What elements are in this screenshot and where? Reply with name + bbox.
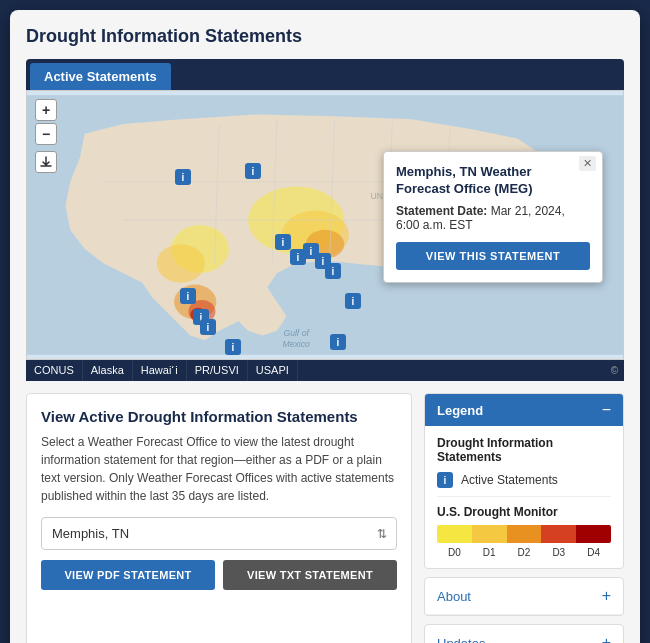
legend-toggle-icon: − <box>602 401 611 419</box>
legend-content: Drought Information Statements i Active … <box>425 426 623 568</box>
updates-label: Updates <box>437 636 485 644</box>
svg-point-4 <box>157 244 205 282</box>
info-marker-11[interactable]: i <box>225 339 241 355</box>
label-d1: D1 <box>472 547 507 558</box>
copyright-symbol: © <box>605 360 624 381</box>
scale-d4 <box>576 525 611 543</box>
about-toggle-icon: + <box>602 587 611 605</box>
legend-active-statements: i Active Statements <box>437 472 611 488</box>
zoom-in-button[interactable]: + <box>35 99 57 121</box>
popup-close-button[interactable]: ✕ <box>579 156 596 171</box>
info-marker-7[interactable]: i <box>325 263 341 279</box>
tab-bar: Active Statements <box>26 59 624 90</box>
popup-title: Memphis, TN Weather Forecast Office (MEG… <box>396 164 590 198</box>
region-tab-prvsvi[interactable]: PR/USVI <box>187 360 248 381</box>
statement-buttons: VIEW PDF STATEMENT VIEW TXT STATEMENT <box>41 560 397 590</box>
legend-header[interactable]: Legend − <box>425 394 623 426</box>
region-tab-alaska[interactable]: Alaska <box>83 360 133 381</box>
about-header[interactable]: About + <box>425 578 623 615</box>
right-panel: Legend − Drought Information Statements … <box>424 393 624 643</box>
legend-title: Legend <box>437 403 483 418</box>
page-title: Drought Information Statements <box>26 26 624 47</box>
updates-toggle-icon: + <box>602 634 611 643</box>
legend-divider <box>437 496 611 497</box>
label-d4: D4 <box>576 547 611 558</box>
map-area: Gulf of Mexico ATLAN- UNI + − i i i i i … <box>26 90 624 360</box>
left-panel: View Active Drought Information Statemen… <box>26 393 412 643</box>
info-marker-13[interactable]: i <box>345 293 361 309</box>
scale-d2 <box>507 525 542 543</box>
drought-scale <box>437 525 611 543</box>
legend-active-label: Active Statements <box>461 473 558 487</box>
drought-labels: D0 D1 D2 D3 D4 <box>437 547 611 558</box>
map-popup: ✕ Memphis, TN Weather Forecast Office (M… <box>383 151 603 283</box>
view-statement-button[interactable]: VIEW THIS STATEMENT <box>396 242 590 270</box>
info-marker-12[interactable]: i <box>330 334 346 350</box>
location-select[interactable]: Memphis, TN Anchorage, AK Honolulu, HI <box>41 517 397 550</box>
tab-active-statements[interactable]: Active Statements <box>30 63 171 90</box>
download-button[interactable] <box>35 151 57 173</box>
zoom-out-button[interactable]: − <box>35 123 57 145</box>
popup-date: Statement Date: Mar 21, 2024, 6:00 a.m. … <box>396 204 590 232</box>
info-marker-1[interactable]: i <box>175 169 191 185</box>
info-marker-3[interactable]: i <box>275 234 291 250</box>
about-label: About <box>437 589 471 604</box>
legend-info-marker: i <box>437 472 453 488</box>
region-tab-hawaii[interactable]: Hawaiʻi <box>133 360 187 381</box>
label-d3: D3 <box>541 547 576 558</box>
bottom-section: View Active Drought Information Statemen… <box>26 393 624 643</box>
view-pdf-button[interactable]: VIEW PDF STATEMENT <box>41 560 215 590</box>
view-txt-button[interactable]: VIEW TXT STATEMENT <box>223 560 397 590</box>
about-section: About + <box>424 577 624 616</box>
location-select-wrapper: Memphis, TN Anchorage, AK Honolulu, HI ⇅ <box>41 517 397 550</box>
label-d0: D0 <box>437 547 472 558</box>
map-controls: + − <box>35 99 57 173</box>
left-panel-description: Select a Weather Forecast Office to view… <box>41 433 397 505</box>
popup-date-label: Statement Date: <box>396 204 487 218</box>
legend-drought-monitor-title: U.S. Drought Monitor <box>437 505 611 519</box>
info-marker-10[interactable]: i <box>200 319 216 335</box>
left-panel-title: View Active Drought Information Statemen… <box>41 408 397 425</box>
label-d2: D2 <box>507 547 542 558</box>
svg-text:Gulf of: Gulf of <box>283 328 310 338</box>
updates-section: Updates + <box>424 624 624 643</box>
region-tab-conus[interactable]: CONUS <box>26 360 83 381</box>
legend-box: Legend − Drought Information Statements … <box>424 393 624 569</box>
scale-d3 <box>541 525 576 543</box>
info-marker-8[interactable]: i <box>180 288 196 304</box>
legend-drought-info-title: Drought Information Statements <box>437 436 611 464</box>
download-icon <box>40 156 52 168</box>
app-container: Drought Information Statements Active St… <box>10 10 640 643</box>
updates-header[interactable]: Updates + <box>425 625 623 643</box>
map-footer: CONUS Alaska Hawaiʻi PR/USVI USAPI © <box>26 360 624 381</box>
svg-text:Mexico: Mexico <box>282 339 310 349</box>
info-marker-2[interactable]: i <box>245 163 261 179</box>
region-tab-usapi[interactable]: USAPI <box>248 360 298 381</box>
scale-d1 <box>472 525 507 543</box>
scale-d0 <box>437 525 472 543</box>
